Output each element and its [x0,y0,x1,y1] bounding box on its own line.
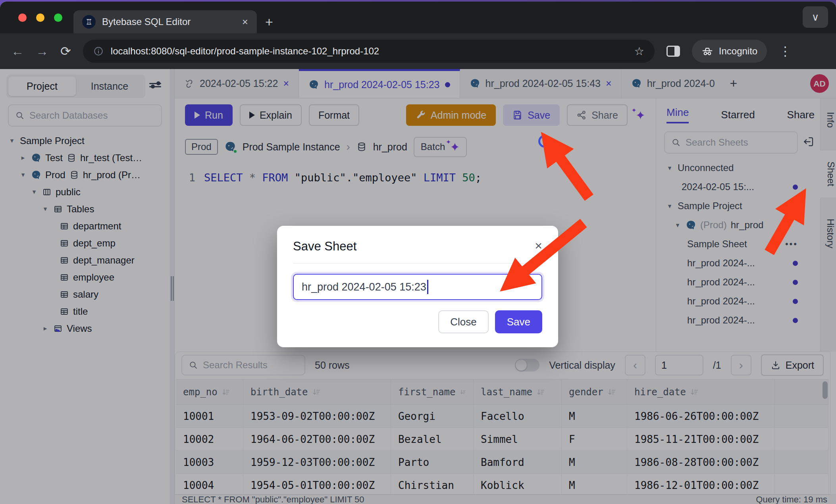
sheet-title-input[interactable]: hr_prod 2024-02-05 15:23 [293,274,542,300]
incognito-label: Incognito [719,46,757,57]
site-info-icon[interactable] [93,46,104,56]
screenshot-stage: ♖ Bytebase SQL Editor × + ∨ ← → ⟳ localh… [0,0,836,504]
incognito-badge: Incognito [692,40,767,63]
side-panel-icon[interactable] [666,46,680,57]
close-window-button[interactable] [18,13,27,22]
sheet-title-value: hr_prod 2024-02-05 15:23 [302,281,426,293]
bookmark-star-icon[interactable]: ☆ [634,45,644,58]
dialog-close-button[interactable]: Close [438,310,488,333]
window-controls [18,13,62,22]
reload-icon[interactable]: ⟳ [60,44,71,59]
text-cursor [427,280,428,294]
browser-tabstrip: ♖ Bytebase SQL Editor × + ∨ [0,2,836,33]
zoom-window-button[interactable] [54,13,62,22]
forward-icon[interactable]: → [36,44,48,59]
url-text: localhost:8080/sql-editor/prod-sample-in… [111,46,627,57]
incognito-icon [701,45,713,57]
dialog-title: Save Sheet [293,239,356,254]
dialog-divider [293,263,542,264]
browser-window: ♖ Bytebase SQL Editor × + ∨ ← → ⟳ localh… [0,2,836,504]
annotation-circle [538,135,551,148]
browser-menu-icon[interactable]: ⋮ [779,44,792,59]
browser-tab-title: Bytebase SQL Editor [102,16,236,27]
new-tab-button[interactable]: + [265,14,273,30]
bytebase-favicon-icon: ♖ [82,15,96,29]
tab-search-chevron-button[interactable]: ∨ [803,6,828,28]
browser-toolbar: ← → ⟳ localhost:8080/sql-editor/prod-sam… [0,33,836,69]
save-sheet-dialog: Save Sheet × hr_prod 2024-02-05 15:23 Cl… [277,226,558,347]
browser-tab[interactable]: ♖ Bytebase SQL Editor × [73,10,257,33]
minimize-window-button[interactable] [36,13,44,22]
address-bar[interactable]: localhost:8080/sql-editor/prod-sample-in… [83,40,655,63]
dialog-save-button[interactable]: Save [495,310,542,333]
close-tab-icon[interactable]: × [242,16,248,28]
dialog-close-icon[interactable]: × [535,239,542,252]
back-icon[interactable]: ← [11,44,24,59]
